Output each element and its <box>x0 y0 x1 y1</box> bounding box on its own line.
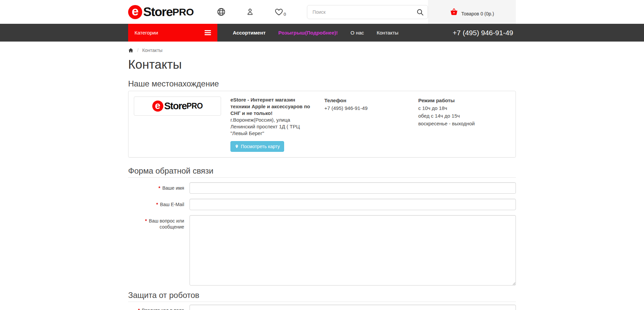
form-row-name: * Ваше имя <box>128 182 516 194</box>
nav-item-assortment[interactable]: Ассортимент <box>226 30 272 36</box>
nav-item-contacts[interactable]: Контакты <box>370 30 405 36</box>
store-info-column: eStore - Интернет магазин техники Apple … <box>230 97 315 152</box>
breadcrumb-current: Контакты <box>142 48 162 53</box>
message-textarea[interactable] <box>190 215 516 286</box>
main-nav: Категории Ассортимент Розыгрыш(Подробнее… <box>0 24 644 42</box>
required-asterisk: * <box>145 218 147 224</box>
name-label: * Ваше имя <box>128 182 190 194</box>
required-asterisk: * <box>156 202 158 207</box>
nav-phone-number: +7 (495) 946-91-49 <box>453 29 516 37</box>
nav-links: Ассортимент Розыгрыш(Подробнее)! О нас К… <box>226 24 405 42</box>
cart-total-label: Товаров 0 (0р.) <box>461 8 494 16</box>
account-icon[interactable] <box>246 8 254 16</box>
cart-button[interactable]: Товаров 0 (0р.) <box>428 0 516 24</box>
store-title: eStore - Интернет магазин техники Apple … <box>230 97 315 117</box>
search-input[interactable] <box>307 5 428 19</box>
language-globe-icon[interactable] <box>217 7 226 16</box>
hours-heading: Режим работы <box>418 97 510 104</box>
store-logo: eStorePRO <box>152 101 203 112</box>
site-header: eStorePRO 0 <box>0 0 644 24</box>
header-icons: 0 <box>217 7 286 16</box>
categories-label: Категории <box>135 30 158 36</box>
required-asterisk: * <box>138 308 140 310</box>
logo-pro-text: PRO <box>186 102 203 111</box>
search-icon <box>416 8 424 16</box>
breadcrumb-separator: / <box>137 48 139 53</box>
view-map-button[interactable]: Посмотреть карту <box>230 141 284 152</box>
captcha-input[interactable] <box>190 305 516 310</box>
breadcrumb: / Контакты <box>128 47 516 54</box>
nav-item-giveaway[interactable]: Розыгрыш(Подробнее)! <box>272 30 344 36</box>
wishlist-heart-icon[interactable]: 0 <box>274 7 286 16</box>
location-heading: Наше местонахождение <box>128 79 516 88</box>
store-address: г.Воронеж(Россия), улица Ленинский просп… <box>230 117 315 137</box>
form-row-message: * Ваш вопрос или сообщение <box>128 215 516 286</box>
menu-hamburger-icon <box>205 30 211 35</box>
home-icon <box>128 48 133 53</box>
view-map-label: Посмотреть карту <box>241 144 280 149</box>
breadcrumb-home-link[interactable] <box>128 48 133 53</box>
search-box <box>307 5 428 19</box>
logo-e-mark: e <box>128 5 142 19</box>
categories-button[interactable]: Категории <box>128 24 217 42</box>
wishlist-count: 0 <box>284 12 286 16</box>
logo-pro-text: PRO <box>172 6 194 18</box>
site-logo[interactable]: eStorePRO <box>128 5 194 19</box>
email-input[interactable] <box>190 199 516 210</box>
name-input[interactable] <box>190 182 516 194</box>
cart-basket-icon <box>450 8 458 16</box>
form-row-captcha: * Введите код в поле ниже <box>128 305 516 310</box>
captcha-label: * Введите код в поле ниже <box>128 305 190 310</box>
page-title: Контакты <box>128 58 516 72</box>
nav-item-about[interactable]: О нас <box>344 30 370 36</box>
phone-value: +7 (495) 946-91-49 <box>324 104 409 112</box>
logo-e-mark: e <box>152 101 163 112</box>
form-row-email: * Ваш E-Mail <box>128 199 516 210</box>
required-asterisk: * <box>159 185 160 191</box>
message-label: * Ваш вопрос или сообщение <box>128 215 190 286</box>
hours-column: Режим работы с 10ч до 18ч обед с 14ч до … <box>418 97 510 152</box>
hours-line: воскресенье - выходной <box>418 120 510 127</box>
search-button[interactable] <box>416 8 425 18</box>
hours-line: с 10ч до 18ч <box>418 104 510 112</box>
main-content: Контакты Наше местонахождение eStorePRO … <box>128 58 516 310</box>
captcha-heading: Защита от роботов <box>128 291 516 302</box>
location-panel: eStorePRO eStore - Интернет магазин техн… <box>128 91 516 158</box>
phone-heading: Телефон <box>324 97 409 104</box>
logo-store-text: Store <box>164 101 187 112</box>
logo-store-text: Store <box>143 5 172 19</box>
store-logo-image: eStorePRO <box>134 97 221 116</box>
map-pin-icon <box>235 144 239 149</box>
email-label: * Ваш E-Mail <box>128 199 190 210</box>
phone-column: Телефон +7 (495) 946-91-49 <box>324 97 409 152</box>
hours-line: обед с 14ч до 15ч <box>418 112 510 120</box>
contact-form-heading: Форма обратной связи <box>128 166 516 178</box>
